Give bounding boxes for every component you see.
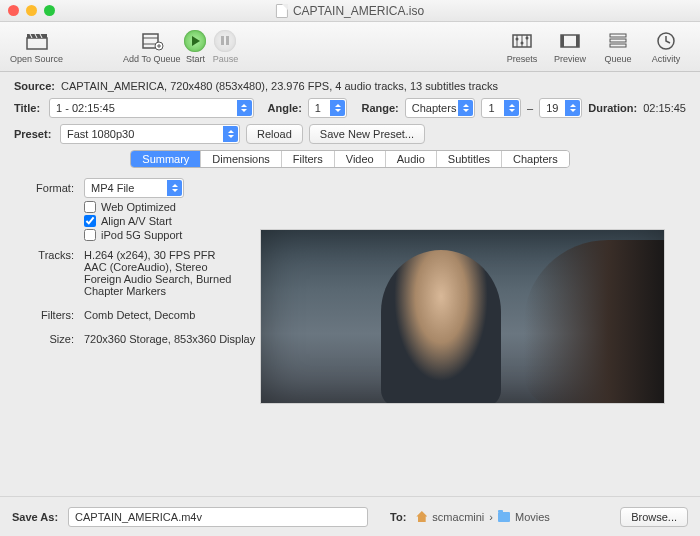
pause-button[interactable]: Pause <box>210 30 240 64</box>
preset-select[interactable]: Fast 1080p30 <box>60 124 240 144</box>
chevron-updown-icon <box>167 180 182 196</box>
source-value: CAPTAIN_AMERICA, 720x480 (853x480), 23.9… <box>61 80 498 92</box>
filters-value: Comb Detect, Decomb <box>84 309 195 321</box>
tab-dimensions[interactable]: Dimensions <box>201 151 281 167</box>
ipod-checkbox[interactable] <box>84 229 96 241</box>
add-to-queue-button[interactable]: Add To Queue <box>123 30 180 64</box>
destination-path[interactable]: scmacmini › Movies <box>416 511 549 523</box>
range-sep: – <box>527 102 533 114</box>
tab-filters[interactable]: Filters <box>282 151 335 167</box>
range-to-select[interactable]: 19 <box>539 98 582 118</box>
queue-icon <box>605 30 631 52</box>
folder-icon <box>498 512 510 522</box>
preview-label: Preview <box>554 54 586 64</box>
tab-chapters[interactable]: Chapters <box>502 151 569 167</box>
svg-point-12 <box>526 36 529 39</box>
track-line: AAC (CoreAudio), Stereo <box>84 261 231 273</box>
format-value: MP4 File <box>91 182 134 194</box>
tab-video[interactable]: Video <box>335 151 386 167</box>
ipod-label: iPod 5G Support <box>101 229 182 241</box>
document-icon <box>276 4 288 18</box>
to-label: To: <box>390 511 406 523</box>
presets-button[interactable]: Presets <box>498 30 546 64</box>
tab-bar: Summary Dimensions Filters Video Audio S… <box>14 150 686 168</box>
bottom-bar: Save As: CAPTAIN_AMERICA.m4v To: scmacmi… <box>0 496 700 536</box>
chevron-updown-icon <box>565 100 580 116</box>
svg-point-11 <box>521 41 524 44</box>
web-optimized-label: Web Optimized <box>101 201 176 213</box>
range-to-value: 19 <box>546 102 558 114</box>
preview-thumbnail <box>260 229 665 404</box>
svg-rect-15 <box>576 35 579 47</box>
reload-button[interactable]: Reload <box>246 124 303 144</box>
activity-button[interactable]: Activity <box>642 30 690 64</box>
activity-icon <box>653 30 679 52</box>
close-icon[interactable] <box>8 5 19 16</box>
chevron-updown-icon <box>223 126 238 142</box>
minimize-icon[interactable] <box>26 5 37 16</box>
title-value: 1 - 02:15:45 <box>56 102 115 114</box>
filters-label: Filters: <box>24 309 74 321</box>
save-as-label: Save As: <box>12 511 58 523</box>
duration-value: 02:15:45 <box>643 102 686 114</box>
angle-select[interactable]: 1 <box>308 98 348 118</box>
format-select[interactable]: MP4 File <box>84 178 184 198</box>
title-select[interactable]: 1 - 02:15:45 <box>49 98 254 118</box>
source-label: Source: <box>14 80 55 92</box>
title-bar: CAPTAIN_AMERICA.iso <box>0 0 700 22</box>
track-line: Foreign Audio Search, Burned <box>84 273 231 285</box>
window-title-wrap: CAPTAIN_AMERICA.iso <box>276 4 424 18</box>
start-button[interactable]: Start <box>180 30 210 64</box>
web-optimized-checkbox[interactable] <box>84 201 96 213</box>
svg-rect-14 <box>561 35 564 47</box>
start-label: Start <box>186 54 205 64</box>
angle-value: 1 <box>315 102 321 114</box>
save-as-value: CAPTAIN_AMERICA.m4v <box>75 511 202 523</box>
tracks-list: H.264 (x264), 30 FPS PFR AAC (CoreAudio)… <box>84 249 231 297</box>
save-as-input[interactable]: CAPTAIN_AMERICA.m4v <box>68 507 368 527</box>
dest-host: scmacmini <box>432 511 484 523</box>
open-source-button[interactable]: Open Source <box>10 30 63 64</box>
preset-value: Fast 1080p30 <box>67 128 134 140</box>
open-source-label: Open Source <box>10 54 63 64</box>
sliders-icon <box>509 30 535 52</box>
svg-point-10 <box>516 37 519 40</box>
align-av-label: Align A/V Start <box>101 215 172 227</box>
tab-summary[interactable]: Summary <box>131 151 201 167</box>
range-label: Range: <box>361 102 398 114</box>
clapper-icon <box>24 30 50 52</box>
range-type-select[interactable]: Chapters <box>405 98 476 118</box>
size-label: Size: <box>24 333 74 345</box>
zoom-icon[interactable] <box>44 5 55 16</box>
chevron-updown-icon <box>237 100 252 116</box>
browse-button[interactable]: Browse... <box>620 507 688 527</box>
tab-subtitles[interactable]: Subtitles <box>437 151 502 167</box>
save-new-preset-button[interactable]: Save New Preset... <box>309 124 425 144</box>
format-label: Format: <box>24 182 74 194</box>
svg-rect-0 <box>27 38 47 49</box>
add-to-queue-label: Add To Queue <box>123 54 180 64</box>
home-icon <box>416 511 427 522</box>
svg-rect-18 <box>610 44 626 47</box>
pause-label: Pause <box>213 54 239 64</box>
track-line: H.264 (x264), 30 FPS PFR <box>84 249 231 261</box>
window-title: CAPTAIN_AMERICA.iso <box>293 4 424 18</box>
track-line: Chapter Markers <box>84 285 231 297</box>
preview-button[interactable]: Preview <box>546 30 594 64</box>
tab-audio[interactable]: Audio <box>386 151 437 167</box>
range-from-select[interactable]: 1 <box>481 98 521 118</box>
align-av-checkbox[interactable] <box>84 215 96 227</box>
chevron-updown-icon <box>458 100 473 116</box>
pause-icon <box>214 30 236 52</box>
chevron-updown-icon <box>504 100 519 116</box>
size-value: 720x360 Storage, 853x360 Display <box>84 333 255 345</box>
queue-button[interactable]: Queue <box>594 30 642 64</box>
angle-label: Angle: <box>268 102 302 114</box>
dest-folder: Movies <box>515 511 550 523</box>
window-controls <box>8 5 55 16</box>
presets-label: Presets <box>507 54 538 64</box>
film-icon <box>557 30 583 52</box>
preset-label: Preset: <box>14 128 54 140</box>
activity-label: Activity <box>652 54 681 64</box>
svg-rect-17 <box>610 39 626 42</box>
